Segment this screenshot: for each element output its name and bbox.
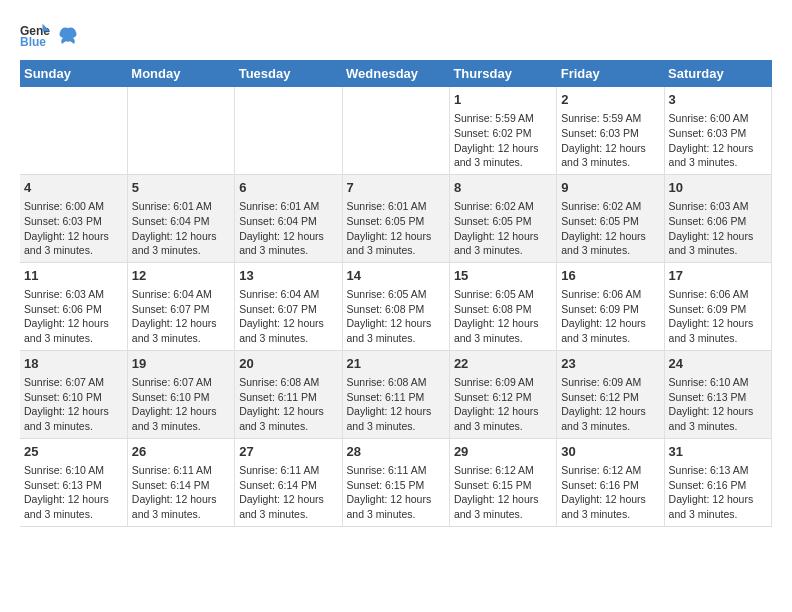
calendar-cell (127, 87, 234, 174)
day-number: 14 (347, 267, 445, 285)
daylight-text: Daylight: 12 hoursand 3 minutes. (669, 142, 754, 169)
sunset-text: Sunset: 6:10 PM (24, 391, 102, 403)
logo-bird-icon (58, 26, 78, 44)
day-number: 28 (347, 443, 445, 461)
daylight-text: Daylight: 12 hoursand 3 minutes. (347, 405, 432, 432)
calendar-cell: 16Sunrise: 6:06 AMSunset: 6:09 PMDayligh… (557, 262, 664, 350)
sunset-text: Sunset: 6:09 PM (561, 303, 639, 315)
day-number: 29 (454, 443, 552, 461)
daylight-text: Daylight: 12 hoursand 3 minutes. (669, 493, 754, 520)
sunrise-text: Sunrise: 6:01 AM (347, 200, 427, 212)
sunset-text: Sunset: 6:13 PM (24, 479, 102, 491)
sunset-text: Sunset: 6:02 PM (454, 127, 532, 139)
sunrise-text: Sunrise: 6:11 AM (132, 464, 212, 476)
day-number: 30 (561, 443, 659, 461)
day-number: 17 (669, 267, 767, 285)
calendar-cell: 9Sunrise: 6:02 AMSunset: 6:05 PMDaylight… (557, 174, 664, 262)
sunset-text: Sunset: 6:16 PM (669, 479, 747, 491)
calendar-cell (20, 87, 127, 174)
day-number: 5 (132, 179, 230, 197)
day-number: 9 (561, 179, 659, 197)
calendar-week-4: 18Sunrise: 6:07 AMSunset: 6:10 PMDayligh… (20, 350, 772, 438)
day-number: 11 (24, 267, 123, 285)
calendar-table: SundayMondayTuesdayWednesdayThursdayFrid… (20, 60, 772, 527)
sunrise-text: Sunrise: 6:09 AM (561, 376, 641, 388)
sunrise-text: Sunrise: 6:05 AM (454, 288, 534, 300)
sunrise-text: Sunrise: 6:01 AM (132, 200, 212, 212)
calendar-cell: 14Sunrise: 6:05 AMSunset: 6:08 PMDayligh… (342, 262, 449, 350)
daylight-text: Daylight: 12 hoursand 3 minutes. (454, 317, 539, 344)
day-number: 15 (454, 267, 552, 285)
sunset-text: Sunset: 6:03 PM (24, 215, 102, 227)
calendar-week-5: 25Sunrise: 6:10 AMSunset: 6:13 PMDayligh… (20, 438, 772, 526)
sunset-text: Sunset: 6:15 PM (347, 479, 425, 491)
sunrise-text: Sunrise: 6:11 AM (239, 464, 319, 476)
logo-icon: General Blue (20, 20, 50, 50)
day-number: 16 (561, 267, 659, 285)
calendar-cell: 7Sunrise: 6:01 AMSunset: 6:05 PMDaylight… (342, 174, 449, 262)
sunrise-text: Sunrise: 6:03 AM (669, 200, 749, 212)
sunset-text: Sunset: 6:12 PM (561, 391, 639, 403)
column-headers: SundayMondayTuesdayWednesdayThursdayFrid… (20, 60, 772, 87)
calendar-week-2: 4Sunrise: 6:00 AMSunset: 6:03 PMDaylight… (20, 174, 772, 262)
sunset-text: Sunset: 6:14 PM (132, 479, 210, 491)
daylight-text: Daylight: 12 hoursand 3 minutes. (239, 317, 324, 344)
sunset-text: Sunset: 6:10 PM (132, 391, 210, 403)
calendar-cell: 23Sunrise: 6:09 AMSunset: 6:12 PMDayligh… (557, 350, 664, 438)
sunrise-text: Sunrise: 6:13 AM (669, 464, 749, 476)
calendar-cell: 4Sunrise: 6:00 AMSunset: 6:03 PMDaylight… (20, 174, 127, 262)
calendar-cell: 25Sunrise: 6:10 AMSunset: 6:13 PMDayligh… (20, 438, 127, 526)
sunset-text: Sunset: 6:06 PM (669, 215, 747, 227)
day-number: 3 (669, 91, 767, 109)
day-number: 10 (669, 179, 767, 197)
sunset-text: Sunset: 6:07 PM (132, 303, 210, 315)
sunrise-text: Sunrise: 6:10 AM (24, 464, 104, 476)
daylight-text: Daylight: 12 hoursand 3 minutes. (24, 493, 109, 520)
day-number: 23 (561, 355, 659, 373)
calendar-cell (235, 87, 342, 174)
sunset-text: Sunset: 6:16 PM (561, 479, 639, 491)
calendar-cell: 27Sunrise: 6:11 AMSunset: 6:14 PMDayligh… (235, 438, 342, 526)
sunset-text: Sunset: 6:05 PM (347, 215, 425, 227)
day-number: 4 (24, 179, 123, 197)
daylight-text: Daylight: 12 hoursand 3 minutes. (132, 317, 217, 344)
daylight-text: Daylight: 12 hoursand 3 minutes. (454, 142, 539, 169)
column-header-tuesday: Tuesday (235, 60, 342, 87)
day-number: 20 (239, 355, 337, 373)
sunset-text: Sunset: 6:13 PM (669, 391, 747, 403)
day-number: 12 (132, 267, 230, 285)
calendar-cell: 18Sunrise: 6:07 AMSunset: 6:10 PMDayligh… (20, 350, 127, 438)
page-header: General Blue (20, 20, 772, 50)
sunrise-text: Sunrise: 6:12 AM (454, 464, 534, 476)
daylight-text: Daylight: 12 hoursand 3 minutes. (239, 230, 324, 257)
calendar-cell: 11Sunrise: 6:03 AMSunset: 6:06 PMDayligh… (20, 262, 127, 350)
calendar-cell: 12Sunrise: 6:04 AMSunset: 6:07 PMDayligh… (127, 262, 234, 350)
sunrise-text: Sunrise: 6:00 AM (669, 112, 749, 124)
day-number: 6 (239, 179, 337, 197)
logo: General Blue (20, 20, 78, 50)
sunset-text: Sunset: 6:14 PM (239, 479, 317, 491)
calendar-cell: 13Sunrise: 6:04 AMSunset: 6:07 PMDayligh… (235, 262, 342, 350)
daylight-text: Daylight: 12 hoursand 3 minutes. (561, 493, 646, 520)
sunrise-text: Sunrise: 6:04 AM (132, 288, 212, 300)
daylight-text: Daylight: 12 hoursand 3 minutes. (669, 230, 754, 257)
sunset-text: Sunset: 6:09 PM (669, 303, 747, 315)
day-number: 22 (454, 355, 552, 373)
daylight-text: Daylight: 12 hoursand 3 minutes. (561, 317, 646, 344)
calendar-cell: 8Sunrise: 6:02 AMSunset: 6:05 PMDaylight… (449, 174, 556, 262)
column-header-monday: Monday (127, 60, 234, 87)
calendar-week-3: 11Sunrise: 6:03 AMSunset: 6:06 PMDayligh… (20, 262, 772, 350)
sunrise-text: Sunrise: 6:06 AM (561, 288, 641, 300)
day-number: 21 (347, 355, 445, 373)
day-number: 31 (669, 443, 767, 461)
sunset-text: Sunset: 6:15 PM (454, 479, 532, 491)
sunset-text: Sunset: 6:11 PM (347, 391, 425, 403)
sunrise-text: Sunrise: 6:08 AM (347, 376, 427, 388)
sunset-text: Sunset: 6:08 PM (347, 303, 425, 315)
sunset-text: Sunset: 6:05 PM (561, 215, 639, 227)
sunset-text: Sunset: 6:03 PM (669, 127, 747, 139)
daylight-text: Daylight: 12 hoursand 3 minutes. (669, 405, 754, 432)
calendar-cell: 19Sunrise: 6:07 AMSunset: 6:10 PMDayligh… (127, 350, 234, 438)
daylight-text: Daylight: 12 hoursand 3 minutes. (24, 317, 109, 344)
sunrise-text: Sunrise: 6:08 AM (239, 376, 319, 388)
